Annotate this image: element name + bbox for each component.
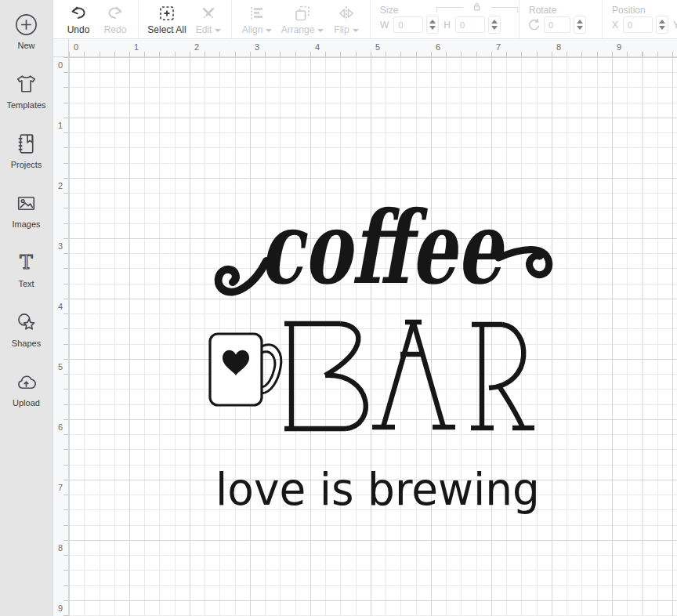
design-grid[interactable]: coffee	[69, 57, 677, 616]
rotate-icon	[527, 18, 541, 31]
align-button[interactable]: Align	[237, 0, 277, 38]
vertical-ruler-ticks	[63, 57, 68, 616]
shapes-icon	[12, 308, 41, 337]
sidebar-item-upload[interactable]: Upload	[0, 368, 53, 416]
coffee-text: coffee	[259, 189, 506, 306]
arrange-label: Arrange	[281, 24, 324, 35]
position-group: Position X Y	[603, 0, 677, 38]
sidebar-item-shapes[interactable]: Shapes	[0, 308, 53, 357]
history-group: Undo Redo	[53, 0, 139, 38]
sidebar-item-label: Upload	[13, 398, 40, 408]
redo-label: Redo	[104, 24, 127, 35]
ruler-number: 6	[58, 422, 63, 432]
ruler-number: 5	[375, 42, 380, 52]
sidebar-item-label: Images	[12, 219, 40, 229]
select-edit-group: Select All Edit	[139, 0, 232, 38]
height-label: H	[443, 20, 451, 31]
ruler-number: 9	[617, 42, 621, 52]
position-x-stepper[interactable]	[656, 16, 668, 34]
chevron-down-icon	[353, 29, 359, 32]
flip-label: Flip	[334, 24, 358, 35]
width-input[interactable]	[393, 16, 423, 33]
size-title: Size	[380, 5, 398, 16]
ruler-number: 3	[58, 241, 63, 251]
width-stepper[interactable]	[426, 16, 439, 34]
chevron-down-icon	[215, 29, 221, 32]
vertical-ruler: 0123456789	[53, 57, 69, 616]
chevron-down-icon	[317, 29, 324, 32]
edit-pencils-icon	[199, 4, 218, 23]
sidebar-item-projects[interactable]: Projects	[0, 129, 53, 178]
lock-bracket-right	[491, 7, 518, 13]
sidebar-item-images[interactable]: Images	[0, 189, 53, 237]
align-icon	[248, 4, 266, 23]
select-all-button[interactable]: Select All	[143, 0, 190, 38]
select-all-label: Select All	[147, 24, 186, 35]
heart-mug-icon[interactable]	[210, 334, 281, 405]
rotate-group: Rotate	[520, 0, 603, 38]
ruler-number: 2	[58, 181, 63, 190]
edit-toolbar: Undo Redo Sel	[53, 0, 677, 39]
notebook-icon	[12, 129, 41, 158]
ruler-number: 0	[58, 60, 63, 70]
coffee-script-object[interactable]: coffee	[219, 189, 549, 306]
lock-bracket-left	[436, 7, 463, 13]
design-artwork: coffee	[69, 57, 677, 616]
ruler-number: 7	[496, 42, 501, 52]
horizontal-ruler-ticks	[69, 52, 677, 56]
undo-button[interactable]: Undo	[60, 0, 97, 38]
arrange-icon	[293, 4, 312, 23]
ruler-corner	[53, 39, 69, 57]
sidebar-item-label: New	[17, 41, 34, 50]
sidebar-item-label: Shapes	[12, 339, 41, 348]
height-stepper[interactable]	[488, 16, 501, 34]
position-y-label: Y	[673, 20, 677, 31]
edit-label: Edit	[196, 24, 222, 35]
position-x-input[interactable]	[623, 16, 653, 33]
photo-icon	[12, 189, 41, 218]
height-input[interactable]	[455, 16, 485, 33]
flip-button[interactable]: Flip	[328, 0, 365, 38]
ruler-number: 6	[436, 42, 440, 52]
ruler-number: 9	[58, 603, 63, 613]
rotate-input[interactable]	[544, 16, 570, 33]
canvas-area: 0123456789 0123456789 coffee	[53, 39, 677, 616]
sidebar: New Templates Projects	[0, 0, 53, 616]
mug-handle-inner	[262, 352, 275, 387]
plus-circle-icon	[12, 10, 41, 39]
arrange-button[interactable]: Arrange	[277, 0, 328, 38]
rotate-title: Rotate	[529, 5, 556, 16]
chevron-down-icon	[266, 29, 272, 32]
position-x-label: X	[612, 20, 618, 31]
text-icon: T	[12, 248, 41, 277]
redo-icon	[106, 4, 125, 23]
align-label: Align	[242, 24, 273, 35]
size-lock[interactable]	[436, 3, 518, 13]
ruler-number: 8	[58, 543, 63, 553]
tagline-text[interactable]: love is brewing	[215, 463, 540, 515]
redo-button[interactable]: Redo	[97, 0, 133, 38]
rotate-stepper[interactable]	[574, 16, 586, 34]
sidebar-item-text[interactable]: T Text	[0, 248, 53, 297]
edit-button[interactable]: Edit	[190, 0, 226, 38]
bar-text-shape[interactable]: BAR	[284, 322, 534, 436]
ruler-number: 1	[58, 121, 63, 130]
ruler-number: 8	[556, 42, 561, 52]
svg-text:T: T	[20, 251, 33, 274]
ruler-number: 0	[74, 42, 78, 52]
horizontal-ruler: 0123456789	[69, 39, 677, 57]
flip-icon	[337, 4, 356, 23]
sidebar-item-templates[interactable]: Templates	[0, 70, 53, 118]
ruler-number: 5	[58, 362, 63, 371]
sidebar-item-new[interactable]: New	[0, 10, 53, 59]
lock-icon	[471, 1, 483, 16]
tshirt-icon	[12, 70, 41, 99]
ruler-number: 2	[194, 42, 199, 52]
undo-icon	[69, 4, 88, 23]
width-label: W	[380, 20, 389, 31]
ruler-number: 3	[255, 42, 259, 52]
ruler-number: 7	[58, 483, 63, 492]
position-title: Position	[612, 5, 646, 16]
cloud-upload-icon	[12, 368, 41, 397]
undo-label: Undo	[67, 24, 90, 35]
